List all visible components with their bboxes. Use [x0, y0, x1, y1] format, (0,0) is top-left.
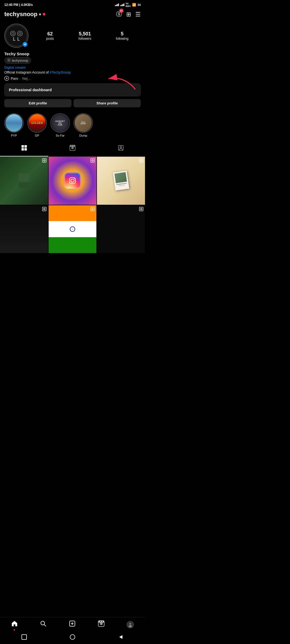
followers-count: 5,501 — [78, 31, 91, 37]
svg-point-13 — [120, 146, 122, 148]
svg-rect-2 — [24, 145, 27, 148]
tagged-icon — [118, 145, 124, 153]
svg-point-11 — [74, 145, 75, 146]
threads-logo-icon: ⓢ — [7, 58, 10, 63]
highlight-pyp[interactable]: PYP — [4, 113, 24, 137]
highlight-thumb-dump: JULYDUMP — [75, 114, 92, 132]
avatar-container[interactable]: + — [4, 24, 28, 48]
pro-dashboard-label: Professional dashboard — [9, 88, 52, 92]
chevron-down-icon[interactable]: ▾ — [39, 12, 41, 17]
threads-username: techysnoop — [12, 59, 28, 63]
status-time: 12:40 PM | 4.0KB/s — [4, 3, 33, 7]
status-bar: 12:40 PM | 4.0KB/s VoWiFi 📶 34 — [0, 0, 145, 9]
svg-point-9 — [71, 145, 71, 146]
username-container[interactable]: techysnoop ▾ — [4, 11, 45, 18]
battery-level: 34 — [137, 3, 141, 6]
highlight-thumb-pyp — [5, 114, 23, 132]
profile-display-name: Techy Snoop — [4, 52, 141, 56]
bio-category: Digital creator — [4, 65, 141, 69]
highlight-label-pyp: PYP — [11, 134, 17, 137]
following-stat[interactable]: 5 following — [116, 31, 128, 41]
highlight-ring-gp: GOLDEN — [27, 113, 47, 133]
action-buttons: Edit profile Share profile — [4, 99, 141, 107]
threads-handle[interactable]: ⓢ techysnoop — [4, 57, 31, 64]
svg-point-31 — [92, 209, 93, 209]
nav-icons: ⓢ 9+ ⊞ ☰ — [116, 10, 141, 18]
username-text: techysnoop — [4, 11, 37, 18]
tab-bar — [0, 141, 145, 157]
svg-point-25 — [141, 160, 142, 161]
grid-item-1[interactable] — [0, 157, 48, 205]
profile-header: + 62 posts 5,501 followers 5 following — [4, 24, 141, 48]
highlight-dump[interactable]: JULYDUMP Dump — [74, 113, 93, 137]
professional-dashboard[interactable]: Professional dashboard — [4, 83, 141, 96]
reel-dot: · — [20, 76, 21, 80]
highlights-section: PYP GOLDEN GP AUGUSTSOFAR So Far JULYDUM… — [0, 113, 145, 141]
svg-point-22 — [92, 160, 93, 161]
bio-text: Official Instagram Account of #TechySnoo… — [4, 70, 141, 74]
grid-icon — [21, 145, 27, 153]
avatar-legs — [13, 37, 20, 41]
svg-point-18 — [71, 179, 74, 182]
highlight-label-gp: GP — [35, 134, 39, 137]
reel-badge-1 — [42, 158, 46, 163]
posts-label: posts — [46, 37, 54, 41]
reels-tab-icon — [69, 145, 76, 153]
avatar-eyes — [10, 31, 23, 36]
share-profile-button[interactable]: Share profile — [74, 99, 141, 107]
bio-hashtag[interactable]: #TechySnoop — [50, 70, 71, 74]
menu-button[interactable]: ☰ — [135, 10, 141, 18]
reel-secondary: Nej… — [22, 76, 31, 80]
following-label: following — [116, 37, 128, 41]
online-indicator — [43, 13, 45, 16]
followers-stat[interactable]: 5,501 followers — [78, 31, 91, 41]
signal-icon — [115, 3, 119, 6]
signal-icon-2 — [120, 3, 124, 6]
highlight-label-dump: Dump — [79, 134, 87, 137]
highlight-ring-sofar: AUGUSTSOFAR — [50, 113, 70, 133]
highlight-ring-dump: JULYDUMP — [74, 113, 93, 133]
svg-point-7 — [72, 148, 73, 148]
posts-count: 62 — [46, 31, 54, 37]
reel-badge-5 — [90, 207, 95, 212]
reel-annotation: Paro · Nej… — [4, 76, 141, 81]
tab-reels[interactable] — [48, 141, 97, 156]
edit-profile-button[interactable]: Edit profile — [4, 99, 71, 107]
svg-rect-1 — [21, 145, 24, 148]
avatar-eye-right — [17, 31, 23, 36]
highlight-ring-pyp — [4, 113, 24, 133]
reel-badge-4 — [42, 207, 46, 212]
posts-stat[interactable]: 62 posts — [46, 31, 54, 41]
hamburger-icon: ☰ — [135, 11, 141, 18]
grid-item-3[interactable]: Friends Forever Bestfriends — [97, 157, 145, 205]
tab-tagged[interactable] — [97, 141, 145, 156]
instagram-logo — [64, 173, 81, 189]
highlight-label-sofar: So Far — [56, 134, 64, 137]
play-triangle-icon — [6, 77, 8, 79]
highlight-gp[interactable]: GOLDEN GP — [27, 113, 47, 137]
add-story-button[interactable]: + — [22, 41, 28, 47]
svg-point-34 — [141, 209, 142, 209]
svg-point-16 — [44, 160, 45, 161]
vo-wifi-label: VoWiFi — [126, 2, 131, 8]
reel-info: Paro · Nej… — [4, 76, 141, 81]
reel-badge-6 — [139, 207, 143, 212]
grid-item-5[interactable] — [49, 205, 97, 253]
posts-grid: Friends Forever Bestfriends — [0, 157, 145, 253]
add-post-button[interactable]: ⊞ — [126, 10, 131, 18]
bio-main: Official Instagram Account of — [4, 70, 49, 74]
grid-item-6[interactable] — [97, 205, 145, 253]
tab-grid[interactable] — [0, 141, 48, 156]
grid-item-4[interactable] — [0, 205, 48, 253]
highlight-thumb-sofar: AUGUSTSOFAR — [52, 114, 69, 132]
highlight-sofar[interactable]: AUGUSTSOFAR So Far — [50, 113, 70, 137]
threads-button[interactable]: ⓢ 9+ — [116, 10, 122, 18]
following-count: 5 — [116, 31, 128, 37]
svg-rect-3 — [21, 148, 24, 151]
reel-badge-2 — [90, 158, 95, 163]
sofar-text: AUGUSTSOFAR — [55, 120, 65, 126]
notification-badge: 9+ — [119, 9, 124, 13]
followers-label: followers — [78, 37, 91, 41]
stats-row: 62 posts 5,501 followers 5 following — [34, 31, 141, 41]
grid-item-2[interactable] — [49, 157, 97, 205]
